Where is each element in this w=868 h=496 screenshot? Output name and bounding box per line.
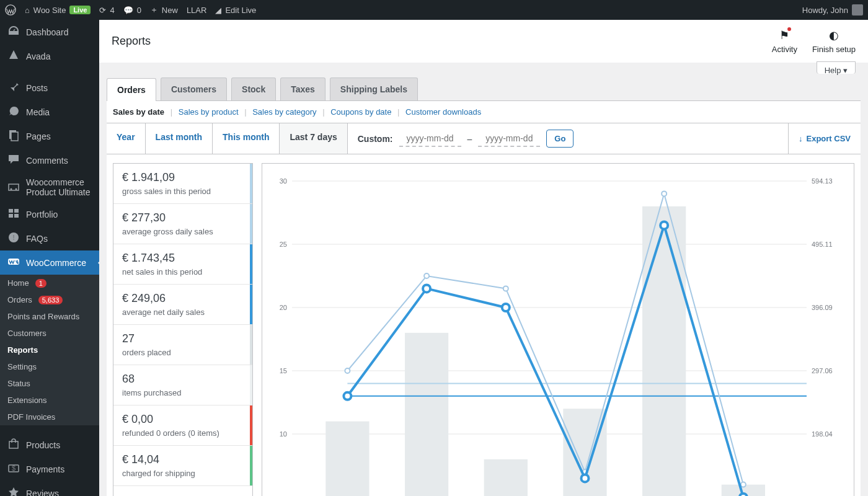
- admin-sidebar: DashboardAvadaPostsMediaPagesCommentsWoo…: [0, 20, 99, 496]
- svg-text:10: 10: [280, 430, 287, 438]
- sidebar-sub-customers[interactable]: Customers: [0, 325, 99, 342]
- sidebar-sub-reports[interactable]: Reports: [0, 342, 99, 358]
- dashboard-icon: [7, 25, 20, 39]
- faq-icon: !: [7, 231, 20, 246]
- range-last-month[interactable]: Last month: [146, 123, 213, 154]
- wp-logo[interactable]: [5, 4, 16, 16]
- svg-text:25: 25: [280, 241, 287, 248]
- sidebar-sub-home[interactable]: Home1: [0, 275, 99, 291]
- svg-point-40: [345, 368, 350, 373]
- subnav-sales-by-category[interactable]: Sales by category: [252, 107, 316, 117]
- svg-point-6: [16, 188, 17, 190]
- sidebar-sub-points-and-rewards[interactable]: Points and Rewards: [0, 308, 99, 325]
- count-badge: 5,633: [38, 296, 63, 304]
- site-link[interactable]: ⌂Woo SiteLive: [25, 6, 91, 15]
- svg-point-45: [741, 482, 746, 487]
- updates-link[interactable]: ⟳4: [99, 6, 114, 15]
- page-title: Reports: [112, 35, 151, 48]
- sidebar-item-comments[interactable]: Comments: [0, 148, 99, 172]
- help-tab[interactable]: Help ▾: [817, 61, 856, 74]
- svg-rect-14: [9, 441, 18, 448]
- sidebar-sub-settings[interactable]: Settings: [0, 358, 99, 375]
- pay-icon: $: [7, 462, 20, 476]
- stat-items-purchased[interactable]: 68items purchased: [113, 365, 252, 405]
- report-subnav: Sales by date | Sales by product | Sales…: [107, 101, 861, 123]
- svg-point-42: [503, 286, 508, 291]
- stats-column: € 1.941,09gross sales in this period€ 27…: [113, 163, 253, 496]
- date-from-input[interactable]: [399, 131, 461, 147]
- custom-label: Custom:: [358, 134, 393, 144]
- sidebar-item-payments[interactable]: $Payments: [0, 457, 99, 481]
- go-button[interactable]: Go: [546, 130, 574, 148]
- live-badge: Live: [69, 6, 91, 14]
- refresh-icon: ⟳: [99, 6, 106, 15]
- chevron-down-icon: ▾: [843, 66, 848, 75]
- edit-live-link[interactable]: ◢Edit Live: [215, 6, 256, 15]
- range-this-month[interactable]: This month: [213, 123, 280, 154]
- svg-text:30: 30: [280, 177, 287, 185]
- stat-charged-for-shipping[interactable]: € 14,04charged for shipping: [113, 446, 252, 486]
- svg-text:$: $: [12, 464, 16, 472]
- count-badge: 1: [35, 279, 46, 288]
- svg-text:198.04: 198.04: [812, 430, 833, 438]
- activity-button[interactable]: ⚑ Activity: [772, 29, 797, 54]
- svg-text:297.06: 297.06: [812, 367, 833, 374]
- svg-rect-2: [11, 132, 18, 141]
- export-csv[interactable]: ↓Export CSV: [788, 123, 861, 154]
- sidebar-item-faqs[interactable]: !FAQs: [0, 226, 99, 250]
- finish-setup-button[interactable]: ◐ Finish setup: [812, 29, 856, 54]
- svg-text:!: !: [12, 234, 15, 241]
- stat-gross-sales-in-this-period[interactable]: € 1.941,09gross sales in this period: [113, 164, 252, 204]
- tab-taxes[interactable]: Taxes: [280, 78, 326, 100]
- subnav-sales-by-product[interactable]: Sales by product: [179, 107, 239, 117]
- avatar: [852, 4, 863, 16]
- sidebar-sub-orders[interactable]: Orders5,633: [0, 291, 99, 308]
- stat-orders-placed[interactable]: 27orders placed: [113, 325, 252, 365]
- sidebar-item-portfolio[interactable]: Portfolio: [0, 202, 99, 226]
- stat-average-gross-daily-sales[interactable]: € 277,30average gross daily sales: [113, 204, 252, 244]
- svg-point-51: [740, 494, 747, 496]
- svg-point-5: [11, 188, 12, 190]
- sidebar-item-products[interactable]: Products: [0, 433, 99, 457]
- range-last-7-days[interactable]: Last 7 days: [280, 123, 347, 154]
- sidebar-item-woocommerce-product-ultimate[interactable]: Woocommerce Product Ultimate: [0, 172, 99, 202]
- sidebar-sub-status[interactable]: Status: [0, 375, 99, 392]
- report-tabs: OrdersCustomersStockTaxesShipping Labels: [99, 78, 868, 100]
- svg-rect-7: [9, 209, 13, 213]
- range-year[interactable]: Year: [107, 123, 146, 154]
- sidebar-item-woocommerce[interactable]: WooCommerce: [0, 250, 99, 275]
- svg-text:396.09: 396.09: [812, 304, 833, 311]
- llar-link[interactable]: LLAR: [187, 6, 207, 15]
- sales-chart: 30594.1325495.1120396.0915297.0610198.04: [273, 175, 838, 496]
- date-to-input[interactable]: [478, 131, 540, 147]
- subnav-customer-downloads[interactable]: Customer downloads: [405, 107, 481, 117]
- new-link[interactable]: ＋New: [150, 4, 178, 16]
- account-link[interactable]: Howdy, John: [802, 4, 863, 16]
- tab-customers[interactable]: Customers: [161, 78, 227, 100]
- tab-orders[interactable]: Orders: [107, 78, 156, 101]
- svg-point-49: [581, 474, 588, 482]
- sidebar-item-dashboard[interactable]: Dashboard: [0, 20, 99, 44]
- portfolio-icon: [7, 207, 20, 221]
- sidebar-sub-pdf-invoices[interactable]: PDF Invoices: [0, 409, 99, 425]
- svg-rect-10: [14, 214, 19, 218]
- sidebar-item-reviews[interactable]: Reviews: [0, 481, 99, 496]
- sidebar-item-avada[interactable]: Avada: [0, 44, 99, 68]
- stat-net-sales-in-this-period[interactable]: € 1.743,45net sales in this period: [113, 244, 252, 285]
- comments-link[interactable]: 💬0: [123, 6, 141, 15]
- tab-shipping-labels[interactable]: Shipping Labels: [330, 78, 418, 100]
- woo-ult-icon: [7, 180, 20, 195]
- subnav-coupons-by-date[interactable]: Coupons by date: [330, 107, 391, 117]
- stat-average-net-daily-sales[interactable]: € 249,06average net daily sales: [113, 285, 252, 325]
- pin-icon: [7, 81, 20, 95]
- woo-icon: [7, 255, 20, 270]
- stat-refunded-orders-items-[interactable]: € 0,00refunded 0 orders (0 items): [113, 405, 252, 446]
- sidebar-item-media[interactable]: Media: [0, 100, 99, 124]
- page-header: Reports ⚑ Activity ◐ Finish setup: [99, 20, 868, 63]
- page-icon: [7, 129, 20, 143]
- sidebar-item-pages[interactable]: Pages: [0, 124, 99, 148]
- progress-icon: ◐: [829, 29, 839, 42]
- tab-stock[interactable]: Stock: [231, 78, 276, 100]
- sidebar-sub-extensions[interactable]: Extensions: [0, 392, 99, 409]
- sidebar-item-posts[interactable]: Posts: [0, 76, 99, 100]
